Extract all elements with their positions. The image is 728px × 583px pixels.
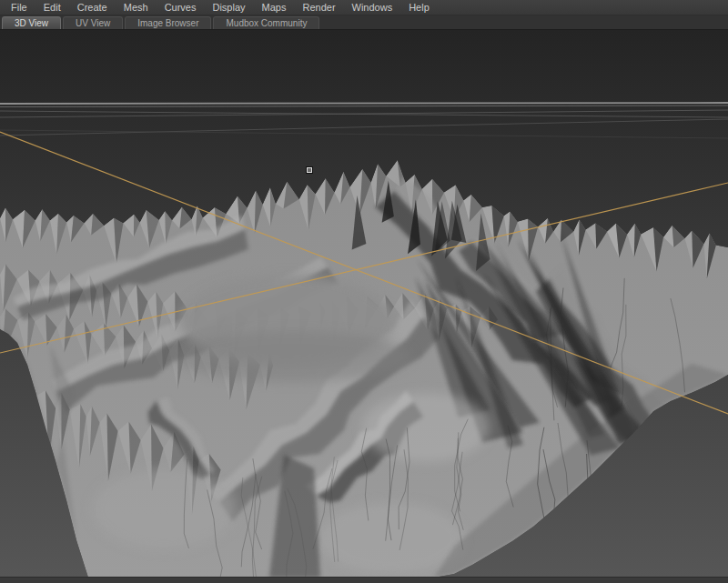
- viewport-3d[interactable]: [0, 30, 728, 577]
- menu-item-windows[interactable]: Windows: [344, 0, 401, 15]
- menu-item-render[interactable]: Render: [294, 0, 343, 15]
- menu-bar: FileEditCreateMeshCurvesDisplayMapsRende…: [0, 0, 728, 15]
- tab-3d-view[interactable]: 3D View: [2, 16, 61, 29]
- menu-item-display[interactable]: Display: [204, 0, 253, 15]
- menu-item-edit[interactable]: Edit: [35, 0, 69, 15]
- menu-item-help[interactable]: Help: [400, 0, 438, 15]
- tab-mudbox-community[interactable]: Mudbox Community: [213, 16, 319, 29]
- window-bottom-strip: [0, 577, 728, 583]
- terrain-scene: [0, 30, 728, 577]
- tab-image-browser[interactable]: Image Browser: [125, 16, 211, 29]
- menu-item-curves[interactable]: Curves: [157, 0, 205, 15]
- menu-item-file[interactable]: File: [3, 0, 35, 15]
- menu-item-mesh[interactable]: Mesh: [116, 0, 157, 15]
- menu-item-create[interactable]: Create: [69, 0, 116, 15]
- menu-item-maps[interactable]: Maps: [254, 0, 295, 15]
- mudbox-window: FileEditCreateMeshCurvesDisplayMapsRende…: [0, 0, 728, 583]
- tab-bar: 3D ViewUV ViewImage BrowserMudbox Commun…: [0, 15, 728, 30]
- brush-cursor: [307, 167, 312, 173]
- tab-uv-view[interactable]: UV View: [63, 16, 123, 29]
